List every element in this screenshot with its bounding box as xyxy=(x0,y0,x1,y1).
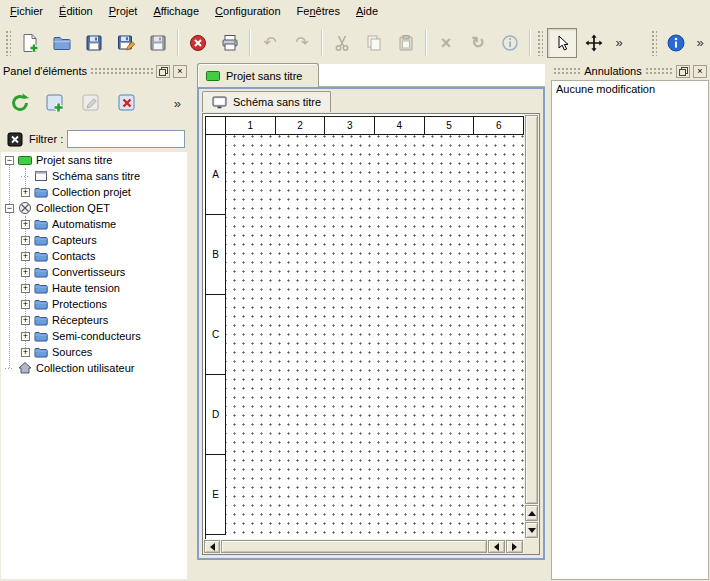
diagram-canvas[interactable] xyxy=(226,135,524,539)
scroll-up-button[interactable] xyxy=(525,505,538,521)
new-element-button[interactable] xyxy=(41,88,71,118)
edit-element-button[interactable] xyxy=(77,88,107,118)
undo-icon: ↶ xyxy=(263,35,276,51)
save-as-button[interactable] xyxy=(111,28,141,58)
tab-schema-sans-titre[interactable]: Schéma sans titre xyxy=(202,91,331,112)
menu-projet[interactable]: Projet xyxy=(101,0,146,23)
close-file-button[interactable] xyxy=(183,28,213,58)
toolbar-grip[interactable] xyxy=(5,30,11,56)
dock-grip[interactable] xyxy=(645,67,673,75)
tree-item-label: Récepteurs xyxy=(52,314,108,326)
close-dock-button[interactable]: × xyxy=(173,65,187,78)
tree-item-label: Collection projet xyxy=(52,186,131,198)
cut-button[interactable] xyxy=(327,28,357,58)
menu-affichage[interactable]: Affichage xyxy=(145,0,207,23)
horizontal-scrollbar-thumb[interactable] xyxy=(221,540,487,553)
save-all-button[interactable] xyxy=(143,28,173,58)
arrow-left-icon xyxy=(494,543,499,551)
about-qet-button[interactable] xyxy=(661,28,691,58)
delete-button[interactable]: × xyxy=(431,28,461,58)
filter-input[interactable] xyxy=(67,130,185,148)
undo-button[interactable]: ↶ xyxy=(255,28,285,58)
tree-item-collection-qet[interactable]: − Collection QET xyxy=(1,200,187,216)
menu-configuration[interactable]: Configuration xyxy=(207,0,288,23)
tree-item-label: Collection utilisateur xyxy=(36,362,134,374)
undo-panel-titlebar[interactable]: Annulations × xyxy=(550,62,710,80)
collapse-icon[interactable]: − xyxy=(5,156,14,165)
undo-history-list[interactable]: Aucune modification xyxy=(551,80,709,580)
expand-icon[interactable]: + xyxy=(21,268,30,277)
menu-fichier[interactable]: Fichier xyxy=(2,0,51,23)
toolbar-overflow-button[interactable]: » xyxy=(611,28,627,58)
diagram-info-button[interactable] xyxy=(495,28,525,58)
elements-panel-titlebar[interactable]: Panel d'éléments × xyxy=(0,62,190,80)
close-dock-button[interactable]: × xyxy=(693,65,707,78)
elements-toolbar-overflow-button[interactable]: » xyxy=(174,96,185,111)
copy-button[interactable] xyxy=(359,28,389,58)
vertical-scrollbar[interactable] xyxy=(524,114,539,539)
move-tool-button[interactable] xyxy=(579,28,609,58)
toolbar-grip[interactable] xyxy=(651,30,657,56)
print-button[interactable] xyxy=(215,28,245,58)
rotate-button[interactable]: ↻ xyxy=(463,28,493,58)
menu-edition[interactable]: Édition xyxy=(51,0,101,23)
dock-grip[interactable] xyxy=(553,67,581,75)
toolbar-overflow-button-right[interactable]: » xyxy=(693,28,707,58)
save-button[interactable] xyxy=(79,28,109,58)
clear-filter-button[interactable] xyxy=(5,129,25,149)
expand-icon[interactable]: + xyxy=(21,284,30,293)
float-dock-button[interactable] xyxy=(156,65,170,78)
expand-icon[interactable]: + xyxy=(21,236,30,245)
reload-collections-button[interactable] xyxy=(5,88,35,118)
tree-item-collection-utilisateur[interactable]: Collection utilisateur xyxy=(1,360,187,376)
expand-icon[interactable]: + xyxy=(21,316,30,325)
scroll-right-button[interactable] xyxy=(506,540,523,553)
float-dock-button[interactable] xyxy=(676,65,690,78)
scroll-down-button[interactable] xyxy=(525,522,538,538)
tab-projet-sans-titre[interactable]: Projet sans titre xyxy=(197,63,319,87)
open-project-button[interactable] xyxy=(47,28,77,58)
ruler-row-label: D xyxy=(206,375,226,455)
paste-button[interactable] xyxy=(391,28,421,58)
expand-icon[interactable]: + xyxy=(21,220,30,229)
tree-item-convertisseurs[interactable]: + Convertisseurs xyxy=(1,264,187,280)
redo-button[interactable]: ↷ xyxy=(287,28,317,58)
expand-icon[interactable]: + xyxy=(21,332,30,341)
elements-tree: − Projet sans titre Schéma sans titre + … xyxy=(1,152,187,579)
select-tool-button[interactable] xyxy=(547,28,577,58)
tabbar-empty-area xyxy=(319,64,545,87)
expand-icon[interactable]: + xyxy=(21,252,30,261)
tree-item-recepteurs[interactable]: + Récepteurs xyxy=(1,312,187,328)
new-document-button[interactable] xyxy=(15,28,45,58)
tree-item-protections[interactable]: + Protections xyxy=(1,296,187,312)
expand-icon[interactable]: + xyxy=(21,188,30,197)
elements-panel-dock: Panel d'éléments × » xyxy=(0,62,190,581)
menu-fenetres[interactable]: Fenêtres xyxy=(289,0,348,23)
horizontal-scrollbar[interactable] xyxy=(203,539,524,554)
tree-item-haute-tension[interactable]: + Haute tension xyxy=(1,280,187,296)
project-icon xyxy=(206,71,220,81)
arrow-right-icon xyxy=(512,543,517,551)
tree-item-contacts[interactable]: + Contacts xyxy=(1,248,187,264)
edit-element-icon xyxy=(80,91,104,115)
tree-item-sources[interactable]: + Sources xyxy=(1,344,187,360)
tree-item-schema-sans-titre[interactable]: Schéma sans titre xyxy=(1,168,187,184)
tree-item-semi-conducteurs[interactable]: + Semi-conducteurs xyxy=(1,328,187,344)
delete-element-button[interactable] xyxy=(113,88,143,118)
tree-stub xyxy=(5,364,14,373)
scroll-left-button[interactable] xyxy=(204,540,220,553)
expand-icon[interactable]: + xyxy=(21,300,30,309)
vertical-scrollbar-thumb[interactable] xyxy=(525,115,538,504)
collapse-icon[interactable]: − xyxy=(5,204,14,213)
paste-icon xyxy=(396,33,416,53)
expand-icon[interactable]: + xyxy=(21,348,30,357)
menu-aide[interactable]: Aide xyxy=(348,0,386,23)
toolbar-grip[interactable] xyxy=(537,30,543,56)
tree-item-automatisme[interactable]: + Automatisme xyxy=(1,216,187,232)
dock-grip[interactable] xyxy=(90,67,153,75)
scroll-left-button-2[interactable] xyxy=(488,540,505,553)
tree-item-capteurs[interactable]: + Capteurs xyxy=(1,232,187,248)
ruler-column-label: 3 xyxy=(325,117,375,135)
tree-item-projet-sans-titre[interactable]: − Projet sans titre xyxy=(1,152,187,168)
tree-item-collection-projet[interactable]: + Collection projet xyxy=(1,184,187,200)
